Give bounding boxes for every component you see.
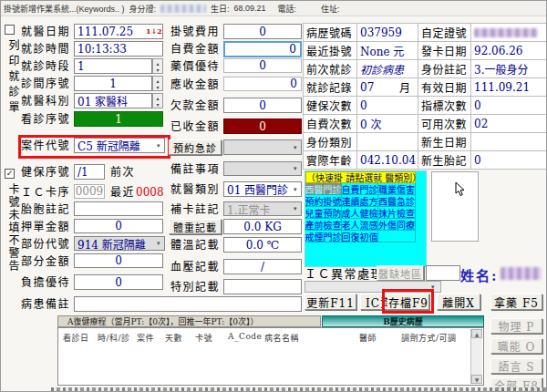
visit-period-label: 就診時段 [21, 60, 70, 73]
no-card-warning-checkbox[interactable]: ✓ [5, 169, 15, 179]
tab-rehab-course[interactable]: A復健療程（當月PT:【0次】，回推一年PT:【0次】） [57, 315, 321, 327]
ic-error-dropdown-icon[interactable]: ▾ [431, 284, 435, 291]
card-note-select[interactable]: 1.正常卡 [223, 201, 302, 216]
id-number-label: 身分證: [129, 3, 157, 15]
reserve-er-button[interactable]: 預約急診 [169, 139, 222, 155]
redacted-patient-name [501, 267, 542, 280]
quick-item-reset-values[interactable]: 回復初值 [342, 231, 378, 242]
newborn-date-value [471, 133, 547, 151]
weight-input[interactable]: 0.0 KG [223, 219, 302, 234]
exit-button[interactable]: 離開X [437, 294, 480, 310]
quick-item-continuous-rx[interactable]: 連續處方 [342, 195, 378, 207]
visit-period-spinner[interactable]: ▴▾ [152, 58, 163, 74]
print-slip-checkbox[interactable] [5, 25, 15, 35]
patient-info-grid: 病歷號碼 037959 自定證號 最近掛號 None 元 發卡日期 92.06.… [303, 23, 547, 170]
deposit-label: 押單金額 [21, 221, 70, 233]
prev-visit-value: 初診病患 [357, 60, 418, 78]
ic-recent-value: 0008 [136, 186, 164, 199]
update-button[interactable]: 更新F11 [304, 294, 356, 310]
self-count-value: 0 次 [357, 115, 418, 133]
quick-menu-grid: 西醫門診 自費門診 職業傷害 預約掛號 連續處方 西醫急診 兒童預防 成人健檢 … [305, 183, 416, 242]
arrears-label: 欠款金額 [170, 99, 220, 112]
reserve-er-dropdown-icon[interactable]: ▾ [294, 144, 297, 151]
fetus-note-input[interactable] [74, 201, 163, 216]
nhi-seq-input[interactable]: /1 [74, 164, 105, 180]
scroll-down-icon[interactable]: ▼ [471, 375, 482, 384]
region-shortage-button[interactable]: 醫缺地區 [377, 265, 424, 281]
fetus-note-label: 胎胞註記 [21, 203, 70, 216]
part-amount-input[interactable]: 0 [74, 253, 163, 268]
arrears-input[interactable]: 0 [223, 98, 302, 113]
ic-error-select[interactable] [304, 281, 441, 293]
nhi-seq-prev-label: 前次 [110, 166, 135, 179]
tab-history-record[interactable]: B歷史病歷 [322, 315, 484, 327]
temperature-input[interactable]: 0.0 ℃ [223, 237, 302, 253]
room-seq-spinner[interactable]: ▴▾ [152, 76, 163, 91]
get-medicine-button[interactable]: 拿藥 F5 [490, 294, 542, 310]
region-input[interactable] [426, 265, 460, 281]
weight-button[interactable]: 體重記載 [169, 219, 222, 234]
special-note-input[interactable] [223, 279, 302, 294]
table-scrollbar[interactable]: ▲ ▼ [470, 329, 482, 384]
speech-therapy-button[interactable]: 語言 S [490, 358, 542, 374]
remarks-select[interactable] [223, 161, 302, 176]
self-fee-input[interactable]: 0 [223, 41, 302, 57]
remarks-label: 備註事項 [170, 163, 220, 176]
reserve-er-select[interactable] [223, 139, 302, 155]
visit-period-input[interactable]: 1 [74, 58, 152, 74]
dept-input[interactable]: 01 家醫科 [74, 93, 152, 108]
quick-item-pap-smear[interactable]: 抹片檢查 [378, 207, 416, 219]
physical-therapy-button[interactable]: 物理 P [490, 318, 542, 334]
newborn-date-label: 新生日期 [418, 133, 471, 151]
quick-item-occupational-injury[interactable]: 職業傷害 [378, 183, 416, 195]
special-note-label: 特別記載 [170, 281, 220, 294]
quick-item-trauma-course[interactable]: 外傷同療 [378, 219, 416, 231]
visit-time-input[interactable]: 10:13:33 [74, 41, 163, 57]
received-value: 0 [223, 119, 302, 134]
newborn-note-label: 新生胎記 [418, 151, 471, 170]
part-amount-label: 部分金額 [21, 255, 70, 268]
nhi-count-value: 0 [357, 97, 418, 115]
burden-discount-input[interactable]: 0 [74, 274, 163, 290]
date-tool-icon[interactable]: 1↓2 [146, 26, 162, 36]
quick-item-adult-checkup[interactable]: 成人健檢 [342, 207, 378, 219]
quick-item-self-pay[interactable]: 自費門診 [342, 183, 378, 195]
dept-spinner[interactable]: ▴▾ [152, 93, 163, 108]
address-label: 住址: [321, 3, 340, 15]
mouse-cursor-icon [455, 181, 466, 198]
quick-item-child-prevention[interactable]: 兒童預防 [305, 207, 342, 219]
valid-date-label: 有效日期 [418, 78, 471, 97]
quick-item-smoking-cessation[interactable]: 戒煙門診 [305, 231, 342, 242]
identity-note-label: 身份註記 [418, 60, 471, 78]
quick-item-prenatal[interactable]: 產前檢查 [305, 219, 342, 231]
card-note-dropdown-icon[interactable]: ▾ [294, 205, 297, 212]
visit-type-select[interactable]: 01 西醫門診 [223, 181, 302, 197]
deposit-input[interactable]: 0 [74, 219, 163, 233]
part-code-select[interactable]: 914 新冠隔離 [74, 236, 165, 251]
part-code-label: 部份代號 [21, 238, 70, 251]
part-code-dropdown-icon[interactable]: ▾ [157, 240, 160, 247]
occupational-therapy-button[interactable]: 職能 O [490, 338, 542, 354]
visit-time-label: 就診時間 [21, 43, 70, 56]
quick-item-empty [378, 231, 416, 242]
drug-discount-input[interactable]: 0 [223, 58, 302, 73]
scroll-up-icon[interactable]: ▲ [471, 329, 482, 338]
patient-note-input[interactable] [74, 296, 302, 312]
prev-visit-label: 前次就診 [304, 60, 357, 78]
remarks-dropdown-icon[interactable]: ▾ [294, 165, 297, 172]
self-count-label: 自費次數 [304, 115, 357, 133]
case-code-select[interactable]: C5 新冠隔離 [74, 138, 165, 153]
quick-item-western-clinic[interactable]: 西醫門診 [305, 183, 342, 195]
case-code-dropdown-icon[interactable]: ▾ [157, 142, 160, 150]
reg-fee-input[interactable]: 0 [223, 24, 302, 39]
blood-pressure-input[interactable]: / [223, 259, 302, 274]
identity-class-value [357, 133, 418, 151]
room-seq-input[interactable]: 1 [74, 76, 152, 91]
save-button[interactable]: 存檔F9 [387, 294, 429, 310]
quick-menu-header: （快速掛 請點選就 醫類別） [305, 171, 416, 183]
visit-type-dropdown-icon[interactable]: ▾ [294, 186, 297, 193]
ic-seq-input[interactable]: 0009 [74, 184, 105, 199]
quick-item-elderly-flu[interactable]: 老人流感 [342, 219, 378, 231]
quick-item-western-er[interactable]: 西醫急診 [378, 195, 416, 207]
quick-item-appointment[interactable]: 預約掛號 [305, 195, 342, 207]
